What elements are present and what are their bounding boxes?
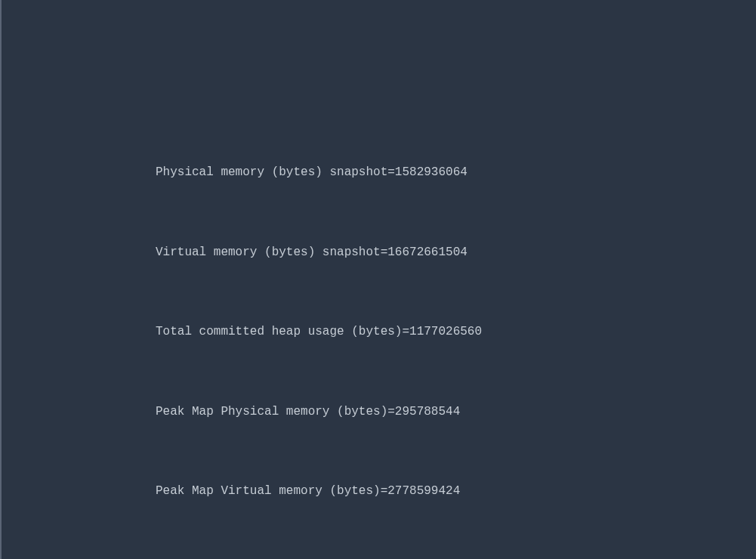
terminal-output: Physical memory (bytes) snapshot=1582936… xyxy=(2,107,756,559)
output-line: Virtual memory (bytes) snapshot=16672661… xyxy=(12,239,756,266)
output-line: Total committed heap usage (bytes)=11770… xyxy=(12,319,756,345)
output-line: Peak Map Physical memory (bytes)=2957885… xyxy=(12,399,756,425)
output-line: Physical memory (bytes) snapshot=1582936… xyxy=(12,159,756,186)
output-line: Peak Map Virtual memory (bytes)=27785994… xyxy=(12,478,756,505)
